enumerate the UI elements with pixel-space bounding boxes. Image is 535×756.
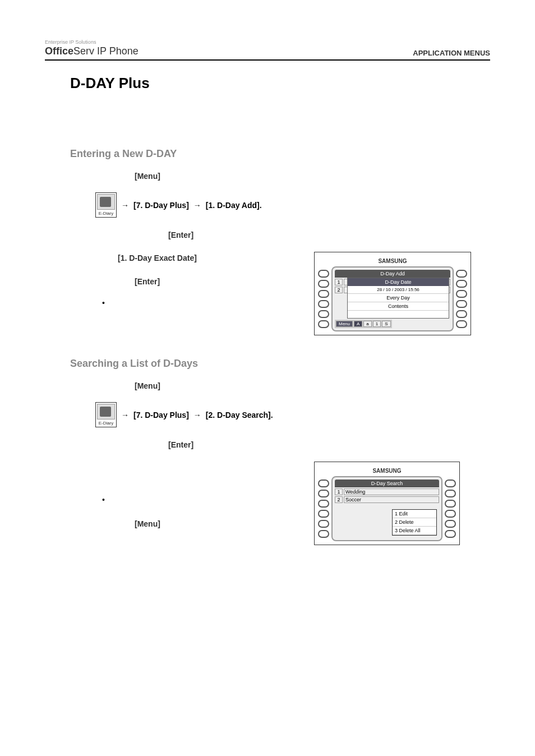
arrow-icon: → (121, 201, 129, 210)
logo: Enterprise IP Solutions OfficeServ IP Ph… (45, 39, 139, 57)
context-menu: 1 Edit 2 Delete 3 Delete All (392, 509, 437, 536)
ediary-icon-label: E-Diary (99, 421, 114, 426)
menu-label-bottom: [Menu] (135, 518, 292, 530)
page-header: Enterprise IP Solutions OfficeServ IP Ph… (45, 39, 490, 61)
arrow-icon: → (193, 201, 201, 210)
phone-brand: SAMSUNG (318, 256, 467, 266)
section-heading-new-dday: Entering a New D-DAY (70, 148, 490, 160)
menu-item-edit: 1 Edit (393, 510, 436, 518)
nav-step-1: [7. D-Day Plus] (133, 411, 189, 420)
screen-title: D-Day Search (335, 480, 439, 487)
logo-subtitle: Enterprise IP Solutions (45, 39, 139, 45)
menu-item-delete: 2 Delete (393, 518, 436, 527)
phone-left-buttons (318, 476, 329, 541)
mode-a-lower: a (363, 321, 371, 327)
phone-screen: D-Day Search 1Wedding 2Soccer 1 Edit 2 D… (331, 476, 442, 541)
menu-label: [Menu] (135, 380, 490, 392)
phone-brand: SAMSUNG (318, 465, 456, 476)
menu-item-delete-all: 3 Delete All (393, 527, 436, 535)
ediary-icon-label: E-Diary (99, 211, 114, 216)
phone-left-buttons (318, 266, 329, 331)
phone-right-buttons (445, 476, 456, 541)
phone-screen: D-Day Add 1 2 D-Day Date 28 / 10 / 2003 … (331, 266, 454, 331)
enter-label: [Enter] (168, 229, 490, 241)
phone-right-buttons (456, 266, 467, 331)
header-section-name: APPLICATION MENUS (413, 49, 490, 57)
list-item: Soccer (344, 496, 439, 503)
contents-label: Contents (348, 302, 449, 310)
screen-title: D-Day Add (335, 270, 450, 278)
section-content-new-dday: [Menu] E-Diary → [7. D-Day Plus] → [1. D… (95, 170, 490, 335)
logo-main: OfficeServ IP Phone (45, 45, 139, 57)
menu-label: [Menu] (135, 170, 490, 182)
logo-bold: Office (45, 45, 73, 57)
nav-step-1: [7. D-Day Plus] (133, 201, 189, 210)
enter-label: [Enter] (168, 439, 490, 451)
every-day-label: Every Day (348, 293, 449, 302)
date-value: 28 / 10 / 2003 / 15:56 (348, 286, 449, 293)
arrow-icon: → (193, 411, 201, 420)
arrow-icon: → (121, 411, 129, 420)
section-heading-search: Searching a List of D-Days (70, 358, 490, 370)
page-title: D-DAY Plus (70, 75, 490, 92)
mode-a: A (354, 321, 362, 327)
phone-screenshot-add: SAMSUNG D-Day Add 1 2 (314, 252, 471, 335)
enter-label-2: [Enter] (135, 275, 292, 288)
nav-step-2: [2. D-Day Search]. (206, 411, 273, 420)
section-content-search: [Menu] E-Diary → [7. D-Day Plus] → [2. D… (95, 380, 490, 545)
phone-screenshot-search: SAMSUNG D-Day Search 1Wedding 2Soccer (314, 462, 460, 545)
logo-rest: Serv IP Phone (73, 45, 139, 57)
mode-1: 1 (373, 321, 381, 327)
dialog-title: D-Day Date (348, 278, 449, 286)
nav-path-2: E-Diary → [7. D-Day Plus] → [2. D-Day Se… (95, 402, 490, 427)
mode-s: S (382, 321, 390, 327)
list-item: Wedding (344, 488, 439, 495)
nav-path-1: E-Diary → [7. D-Day Plus] → [1. D-Day Ad… (95, 192, 490, 218)
exact-date-label: [1. D-Day Exact Date] (118, 252, 292, 264)
nav-step-2: [1. D-Day Add]. (206, 201, 262, 210)
ediary-icon: E-Diary (95, 402, 117, 427)
menu-softkey: Menu (336, 321, 353, 327)
ediary-icon: E-Diary (95, 192, 117, 218)
